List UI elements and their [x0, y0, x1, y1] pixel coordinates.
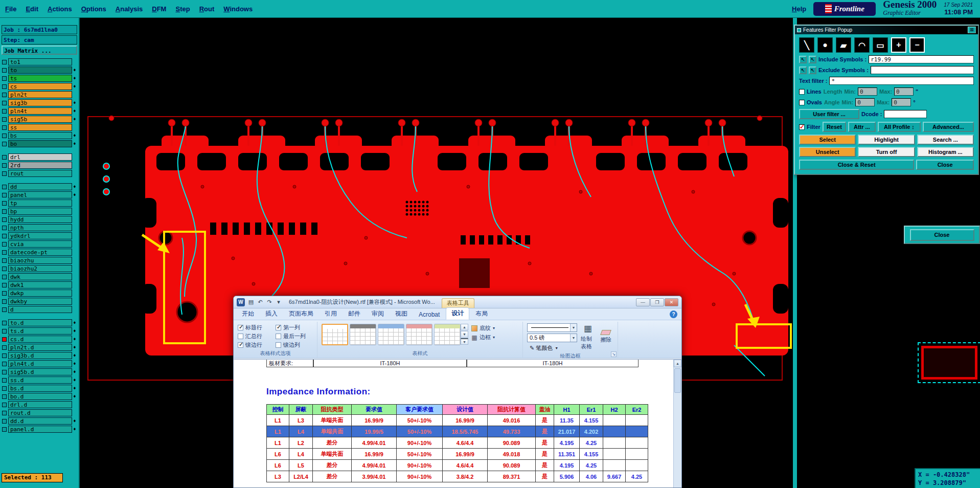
layer-name-label[interactable]: rout [8, 170, 72, 177]
layer-name-label[interactable]: ts.d [8, 327, 72, 335]
layer-drl.d[interactable]: drl.d [2, 401, 77, 409]
layer-checkbox[interactable] [2, 250, 7, 255]
layer-name-label[interactable]: dwk1 [8, 281, 72, 289]
layer-checkbox[interactable] [2, 394, 7, 399]
checkbox-icon[interactable] [238, 334, 243, 339]
search-button[interactable]: Search ... [917, 135, 974, 145]
layer-name-label[interactable]: tp [8, 199, 72, 207]
pad-tool-icon[interactable]: ● [817, 37, 833, 53]
layer-checkbox[interactable] [2, 362, 7, 366]
layer-checkbox[interactable] [2, 345, 7, 350]
layer-name-label[interactable]: bs [8, 132, 72, 139]
gallery-more-icon[interactable]: ▼ [461, 338, 468, 345]
layer-name-label[interactable]: drl [8, 153, 72, 161]
tab-视图[interactable]: 视图 [390, 308, 413, 320]
table-style-light-green[interactable] [434, 324, 461, 345]
attr-button[interactable]: Attr ... [848, 122, 876, 132]
help-icon[interactable]: ? [670, 310, 677, 318]
lines-checkbox[interactable] [799, 89, 805, 95]
layer-sig5b.d[interactable]: sig5b.d♦ [2, 368, 77, 376]
menu-file[interactable]: File [5, 5, 16, 13]
layer-checkbox[interactable] [2, 193, 7, 197]
layer-checkbox[interactable] [2, 76, 7, 81]
panel-close-button[interactable]: Close [910, 229, 974, 241]
layer-hydd[interactable]: hydd [2, 215, 77, 224]
user-filter-button[interactable]: User filter ... [799, 109, 859, 119]
layer-name-label[interactable]: to [8, 66, 72, 74]
layer-pln4t[interactable]: pln4t♦ [2, 107, 77, 115]
layer-pln2t[interactable]: pln2t [2, 91, 77, 99]
layer-biaozhu[interactable]: biaozhu [2, 256, 77, 264]
layer-name-label[interactable]: pln4t [8, 107, 72, 115]
layer-pln2t.d[interactable]: pln2t.d♦ [2, 343, 77, 351]
layer-checkbox[interactable] [2, 226, 7, 230]
tab-引用[interactable]: 引用 [320, 308, 342, 320]
style-option-最后一列[interactable]: 最后一列 [276, 332, 313, 340]
layer-checkbox[interactable] [2, 337, 7, 342]
layer-bs.d[interactable]: bs.d♦ [2, 384, 77, 392]
lines-max-input[interactable] [894, 87, 914, 96]
table-style-gray-header[interactable] [350, 324, 376, 345]
layer-name-label[interactable]: ss [8, 124, 72, 131]
menu-analysis[interactable]: Analysis [116, 5, 143, 13]
layer-checkbox[interactable] [2, 84, 7, 89]
tab-开始[interactable]: 开始 [237, 308, 259, 320]
layer-checkbox[interactable] [2, 307, 7, 312]
layer-checkbox[interactable] [2, 267, 7, 271]
highlight-button[interactable]: Highlight [858, 135, 915, 145]
layer-name-label[interactable]: sig5b.d [8, 368, 72, 375]
layer-checkbox[interactable] [2, 329, 7, 334]
ovals-min-input[interactable] [855, 98, 875, 106]
rect-tool-icon[interactable]: ▭ [873, 37, 888, 53]
layer-name-label[interactable]: dwkp [8, 290, 72, 297]
menu-rout[interactable]: Rout [199, 5, 215, 13]
layer-checkbox[interactable] [2, 353, 7, 358]
table-style-light-red[interactable] [406, 324, 432, 345]
layer-checkbox[interactable] [2, 68, 7, 73]
layer-drl[interactable]: drl [2, 153, 77, 161]
exclude-symbols-input[interactable] [871, 66, 974, 74]
layer-checkbox[interactable] [2, 101, 7, 105]
layer-name-label[interactable]: sig3b [8, 99, 72, 106]
table-row[interactable]: L3L2/L4差分3.99/4.0190+/-10%3.8/4.289.371是… [267, 471, 648, 482]
layer-sig5b[interactable]: sig5b♦ [2, 115, 77, 123]
layer-name-label[interactable]: sig3b.d [8, 352, 72, 359]
select-button[interactable]: Select [799, 135, 856, 145]
job-matrix-button[interactable]: Job Matrix ... [2, 46, 77, 55]
layer-name-label[interactable]: pln2t [8, 91, 72, 98]
layer-dwk[interactable]: dwk [2, 273, 77, 281]
layer-name-label[interactable]: bo.d [8, 393, 72, 400]
layer-name-label[interactable]: dwkby [8, 298, 72, 305]
layer-name-label[interactable]: dwk [8, 273, 72, 280]
layer-checkbox[interactable] [2, 427, 7, 432]
layer-name-label[interactable]: 2rd [8, 162, 72, 169]
table-row[interactable]: L1L3单端共面16.99/950+/-10%16.99/949.016是11.… [267, 415, 648, 426]
borders-button[interactable]: ▦ 边框▾ [471, 334, 495, 341]
layer-checkbox[interactable] [2, 209, 7, 214]
line-style-select[interactable]: ▼ [527, 323, 577, 332]
table-style-plain-grid[interactable] [322, 324, 348, 345]
lines-min-input[interactable] [858, 87, 877, 96]
layer-cs[interactable]: cs♦ [2, 82, 77, 91]
layer-checkbox[interactable] [2, 125, 7, 130]
turn-off-button[interactable]: Turn off [858, 147, 915, 157]
filter-checkbox[interactable] [799, 124, 805, 130]
document-area[interactable]: 板材要求: IT-180H IT-180H Impedance Informat… [234, 359, 681, 487]
layer-name-label[interactable]: biaozhu2 [8, 265, 72, 272]
layer-name-label[interactable]: to1 [8, 58, 72, 65]
layer-name-label[interactable]: datecode-pt [8, 249, 72, 256]
include-pick2-icon[interactable]: ↖ [809, 56, 816, 63]
zoom-out-tool-icon[interactable]: − [909, 37, 925, 53]
histogram-button[interactable]: Histogram ... [917, 147, 974, 157]
tab-Acrobat[interactable]: Acrobat [414, 310, 445, 320]
layer-dwk1[interactable]: dwk1 [2, 281, 77, 289]
layer-name-label[interactable]: drl.d [8, 401, 72, 408]
layer-ts[interactable]: ts♦ [2, 74, 77, 82]
line-weight-select[interactable]: 0.5 磅 ▼ [527, 334, 577, 342]
menu-step[interactable]: Step [175, 5, 190, 13]
layer-npth[interactable]: npth [2, 224, 77, 232]
layer-name-label[interactable]: sig5b [8, 116, 72, 123]
layer-name-label[interactable]: to.d [8, 319, 72, 326]
layer-checkbox[interactable] [2, 93, 7, 97]
layer-name-label[interactable]: bp [8, 208, 72, 215]
